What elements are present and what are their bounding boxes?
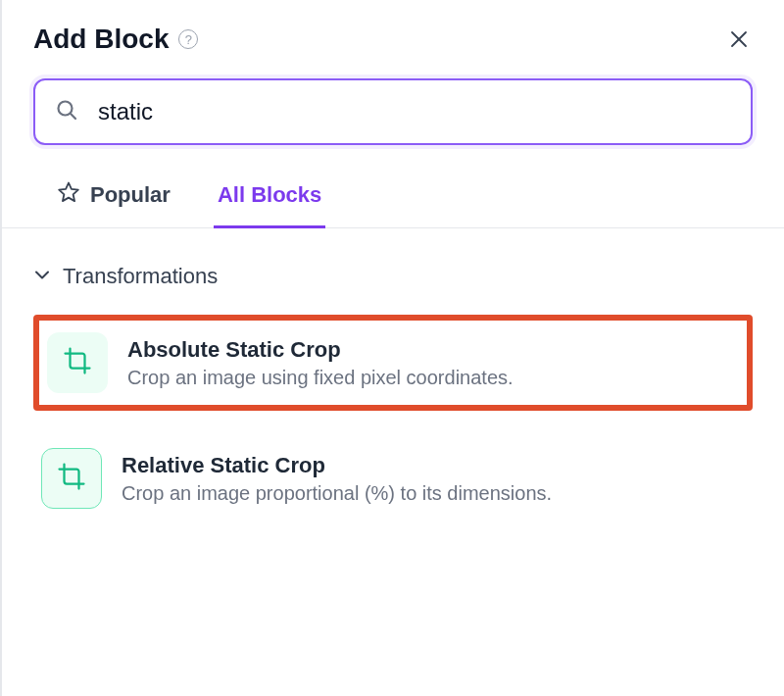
dialog-header: Add Block ? xyxy=(33,24,753,55)
tab-all-blocks-label: All Blocks xyxy=(218,182,321,208)
block-text: Relative Static Crop Crop an image propo… xyxy=(122,453,552,505)
crop-icon xyxy=(57,462,86,495)
tabs: Popular All Blocks xyxy=(2,169,784,228)
block-description: Crop an image proportional (%) to its di… xyxy=(122,482,552,505)
block-relative-static-crop[interactable]: Relative Static Crop Crop an image propo… xyxy=(33,432,753,524)
block-icon-wrapper xyxy=(47,332,108,393)
block-absolute-static-crop[interactable]: Absolute Static Crop Crop an image using… xyxy=(33,315,753,411)
star-icon xyxy=(57,180,80,210)
search-wrapper xyxy=(33,78,753,145)
tab-popular-label: Popular xyxy=(90,182,171,208)
section-header[interactable]: Transformations xyxy=(33,256,753,297)
crop-icon xyxy=(63,346,92,379)
dialog-title: Add Block xyxy=(33,24,169,55)
tab-popular[interactable]: Popular xyxy=(53,169,174,228)
block-icon-wrapper xyxy=(41,448,102,509)
block-title: Absolute Static Crop xyxy=(127,337,514,363)
section-transformations: Transformations Absolute Static Crop Cro… xyxy=(33,256,753,524)
help-icon[interactable]: ? xyxy=(178,29,198,49)
section-title: Transformations xyxy=(63,264,218,289)
search-input[interactable] xyxy=(33,78,753,145)
search-icon xyxy=(55,98,78,125)
block-title: Relative Static Crop xyxy=(122,453,552,478)
chevron-down-icon xyxy=(33,266,51,287)
block-text: Absolute Static Crop Crop an image using… xyxy=(127,337,514,389)
close-button[interactable] xyxy=(725,25,753,53)
tab-all-blocks[interactable]: All Blocks xyxy=(214,169,325,228)
svg-line-3 xyxy=(71,114,75,119)
close-icon xyxy=(730,30,748,48)
svg-marker-4 xyxy=(59,183,78,202)
block-description: Crop an image using fixed pixel coordina… xyxy=(127,367,514,389)
